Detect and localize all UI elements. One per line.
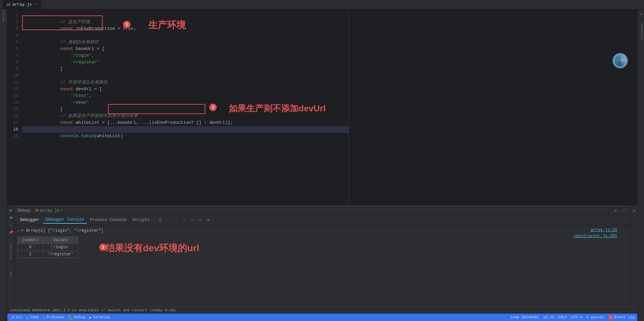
tab-debugger-console[interactable]: Debugger Console xyxy=(43,216,87,224)
code-line-15: // 如果是生产环境则不添加开发白名单 xyxy=(22,106,348,113)
console-arrow: › xyxy=(17,228,20,234)
right-sidebar-top: ✓ xyxy=(638,9,644,17)
debug-content: › > Array(2) ["/login", "/register"] (in… xyxy=(15,225,631,307)
status-bar: ⎇ Git ☑ TODO ⚠ Problems 🐛 Debug ▶ Ter xyxy=(7,314,637,321)
right-settings-bar: ⚙ xyxy=(631,206,637,306)
problems-icon: ⚠ xyxy=(43,315,45,320)
debug-icon-play[interactable]: ▶ xyxy=(8,207,14,213)
table-header-index: (index) xyxy=(18,237,43,244)
tab-close-button[interactable]: × xyxy=(35,3,37,6)
debug-file-close[interactable]: × xyxy=(61,209,63,212)
debug-table: (index) Values 0 '/login' 1 xyxy=(17,236,78,258)
console-text: > Array(2) ["/login", "/register"] xyxy=(21,228,103,234)
toolbar-btn-step[interactable]: ↑ xyxy=(180,216,188,224)
table-header-values: Values xyxy=(43,237,78,244)
code-line-10: // 开发环境白名单路径 xyxy=(22,72,348,79)
source-link-2[interactable]: constructor.js:491 xyxy=(574,234,617,238)
source-link-1[interactable]: array.js:18 xyxy=(591,228,617,232)
js-file-icon: JS xyxy=(6,3,10,7)
todo-icon: ☑ xyxy=(26,315,29,320)
left-sidebar: Project xyxy=(0,9,7,321)
right-sidebar: ✓ Bookmarks xyxy=(637,9,644,321)
table-row-0: 0 '/login' xyxy=(18,244,78,251)
toolbar-btn-expand[interactable]: ⊠ xyxy=(205,216,212,224)
notification-text: Localized WebStorm 2021.3.2 is available… xyxy=(10,308,176,312)
status-position[interactable]: 18:25 xyxy=(543,315,554,319)
bookmarks-side-label: Bookmarks xyxy=(639,23,644,41)
debug-file-tab[interactable]: JS array.js × xyxy=(35,208,63,213)
debug-minimize-icon[interactable]: ─ xyxy=(621,207,628,214)
position-label: 18:25 xyxy=(543,315,554,319)
tab-scripts[interactable]: Scripts xyxy=(130,216,152,224)
debug-settings-icon[interactable]: ⚙ xyxy=(612,207,619,214)
console-output-line: › > Array(2) ["/login", "/register"] xyxy=(17,228,628,234)
status-git[interactable]: ⎇ Git xyxy=(10,315,22,320)
code-line-1: // 是生产环境 xyxy=(22,12,348,19)
content-area: 12345 678910 1112131415 16171819 1 2 生产环… xyxy=(7,9,637,321)
status-terminal[interactable]: ▶ Terminal xyxy=(89,315,110,320)
status-left: ⎇ Git ☑ TODO ⚠ Problems 🐛 Debug ▶ Ter xyxy=(10,315,111,320)
tab-filename: array.js xyxy=(12,2,32,7)
right-panel xyxy=(349,9,637,206)
todo-label: TODO xyxy=(30,315,39,319)
status-indent[interactable]: 4 spaces xyxy=(586,315,604,319)
table-row-1: 1 '/register' xyxy=(18,251,78,258)
tab-process-console[interactable]: Process Console xyxy=(88,216,129,224)
code-line-4: // 基础白名单路径 xyxy=(22,32,348,39)
toolbar-btn-filter[interactable]: ☰ xyxy=(156,216,164,224)
status-right: temp-20240301 18:25 CRLF UTF-8 4 spaces … xyxy=(510,315,635,319)
debug-icon-resume[interactable]: ↻ xyxy=(8,222,14,228)
status-encoding[interactable]: CRLF xyxy=(558,315,567,319)
debug-icon-pin[interactable]: 📌 xyxy=(8,229,14,235)
table-cell-value-0: '/login' xyxy=(43,244,78,251)
indent-label: 4 spaces xyxy=(586,315,604,319)
terminal-icon: ▶ xyxy=(89,315,92,320)
git-icon: ⎇ xyxy=(10,315,14,320)
charset-label: UTF-8 xyxy=(571,315,582,319)
code-line-18: console.table(whiteList) xyxy=(22,126,348,133)
debug-toolbar: Debugger Debugger Console Process Consol… xyxy=(15,215,631,225)
right-check-icon[interactable]: ✓ xyxy=(638,11,644,17)
sidebar-project-icon[interactable]: Project xyxy=(0,12,7,19)
code-area[interactable]: 1 2 生产环境 如果生产则不添加devUrl // 是生产环境 const i… xyxy=(21,9,348,206)
badge-1: 1 xyxy=(123,21,130,28)
debug-icon-stop[interactable]: ⏹ xyxy=(8,215,14,221)
table-cell-value-1: '/register' xyxy=(43,251,78,258)
debug-main: › > Array(2) ["/login", "/register"] (in… xyxy=(15,225,631,307)
status-debug[interactable]: 🐛 Debug xyxy=(68,315,85,320)
tab-debugger[interactable]: Debugger xyxy=(17,216,42,224)
main-area: Project 12345 678910 1112131415 16171819… xyxy=(0,9,644,321)
npm-label: npm xyxy=(9,271,13,277)
toolbar-btn-down[interactable]: ↓ xyxy=(172,216,180,224)
toolbar-sep-1 xyxy=(154,217,154,223)
table-cell-index-1: 1 xyxy=(18,251,43,258)
tab-array-js[interactable]: JS array.js × xyxy=(3,0,41,9)
avatar xyxy=(612,53,628,68)
encoding-label: CRLF xyxy=(558,315,567,319)
temp-label: temp-20240301 xyxy=(510,315,539,319)
settings-icon[interactable]: ⚙ xyxy=(631,207,638,214)
code-line-9 xyxy=(22,66,348,72)
debug-icon: 🐛 xyxy=(68,315,73,320)
toolbar-btn-up[interactable]: ↑ xyxy=(164,216,172,224)
terminal-label: Terminal xyxy=(93,315,111,319)
toolbar-btn-clear[interactable]: ⊟ xyxy=(197,216,204,224)
toolbar-btn-resume[interactable]: ↷ xyxy=(189,216,196,224)
status-charset[interactable]: UTF-8 xyxy=(571,315,582,319)
status-todo[interactable]: ☑ TODO xyxy=(26,315,39,320)
status-event-log[interactable]: ! Event Log xyxy=(608,315,635,319)
debug-side-icons: ▶ ⏹ ↻ 📌 Structure npm xyxy=(7,206,15,306)
git-label: Git xyxy=(16,315,22,319)
table-cell-index-0: 0 xyxy=(18,244,43,251)
line-numbers: 12345 678910 1112131415 16171819 xyxy=(7,9,21,206)
event-notification: ! xyxy=(608,316,613,319)
debug-panel-wrapper: ▶ ⏹ ↻ 📌 Structure npm Debug: JS array.js… xyxy=(7,206,637,306)
event-log-label: Event Log xyxy=(615,315,635,319)
badge-3: 3 xyxy=(99,244,107,251)
status-temp[interactable]: temp-20240301 xyxy=(510,315,539,319)
status-problems[interactable]: ⚠ Problems xyxy=(43,315,64,320)
badge-2: 2 xyxy=(209,104,217,111)
debug-status-label: Debug xyxy=(74,315,85,319)
tab-bar: JS array.js × xyxy=(0,0,644,9)
debug-label: Debug: xyxy=(17,208,32,213)
